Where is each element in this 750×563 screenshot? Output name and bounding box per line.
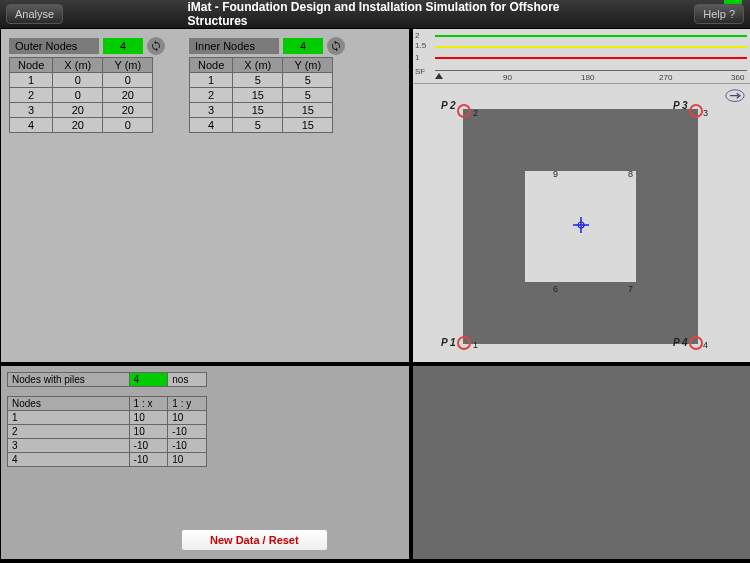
- pile-label: P 4: [673, 337, 688, 348]
- foundation-diagram: 9 8 6 7 P 1 P 2 P 3 P 4 2 3 1 4: [413, 84, 750, 362]
- pile-marker: [689, 104, 703, 118]
- page-title: iMat - Foundation Design and Installatio…: [188, 0, 563, 28]
- table-row: 4200: [10, 118, 153, 133]
- refresh-icon[interactable]: [327, 37, 345, 55]
- outer-nodes-table: NodeX (m)Y (m) 100 2020 32020 4200: [9, 57, 153, 133]
- table-row: Nodes 1 : x 1 : y: [8, 397, 207, 411]
- pile-label: P 2: [441, 100, 456, 111]
- refresh-icon[interactable]: [147, 37, 165, 55]
- piles-header-label: Nodes with piles: [8, 373, 130, 387]
- outer-square: 9 8 6 7: [463, 109, 698, 344]
- inner-node-num: 8: [628, 169, 633, 179]
- y-tick: 1.5: [415, 41, 426, 50]
- inner-node-num: 9: [553, 169, 558, 179]
- table-row: 32020: [10, 103, 153, 118]
- col-x: X (m): [53, 58, 103, 73]
- col-y: Y (m): [103, 58, 153, 73]
- col-node: Node: [190, 58, 233, 73]
- pile-label: P 1: [441, 337, 456, 348]
- inner-nodes-section: Inner Nodes 4 NodeX (m)Y (m) 155 2155 31…: [189, 37, 345, 354]
- outer-node-num: 4: [703, 340, 708, 350]
- chart-series-red: [435, 57, 747, 59]
- arrow-icon[interactable]: [725, 88, 745, 102]
- outer-node-num: 2: [473, 108, 478, 118]
- inner-nodes-table: NodeX (m)Y (m) 155 2155 31515 4515: [189, 57, 333, 133]
- col-y: Y (m): [283, 58, 333, 73]
- x-tick: 90: [503, 73, 512, 82]
- nodes-col-label: Nodes: [8, 397, 130, 411]
- chart-series-green: [435, 35, 747, 37]
- table-row: 155: [190, 73, 333, 88]
- x-tick: 180: [581, 73, 594, 82]
- x-axis: [435, 70, 747, 71]
- table-row: 2155: [190, 88, 333, 103]
- piles-count[interactable]: 4: [129, 373, 168, 387]
- outer-node-num: 3: [703, 108, 708, 118]
- table-row: 210-10: [8, 425, 207, 439]
- col-node: Node: [10, 58, 53, 73]
- col-x: 1 : x: [129, 397, 168, 411]
- analyse-button[interactable]: Analyse: [6, 4, 63, 24]
- topbar: Analyse iMat - Foundation Design and Ins…: [0, 0, 750, 28]
- outer-nodes-count[interactable]: 4: [103, 38, 143, 54]
- col-x: X (m): [233, 58, 283, 73]
- y-tick: SF: [415, 67, 425, 76]
- table-row: 2020: [10, 88, 153, 103]
- y-tick: 1: [415, 53, 419, 62]
- piles-unit: nos: [168, 373, 207, 387]
- sf-chart: 2 1.5 1 SF 90 180 270 360: [413, 29, 750, 84]
- inner-node-num: 6: [553, 284, 558, 294]
- pile-marker: [689, 336, 703, 350]
- piles-table: Nodes with piles 4 nos Nodes 1 : x 1 : y…: [7, 372, 207, 467]
- y-tick: 2: [415, 31, 419, 40]
- outer-node-num: 1: [473, 340, 478, 350]
- table-row: Nodes with piles 4 nos: [8, 373, 207, 387]
- pile-label: P 3: [673, 100, 688, 111]
- inner-node-num: 7: [628, 284, 633, 294]
- inner-nodes-label: Inner Nodes: [189, 38, 279, 54]
- pile-marker: [457, 336, 471, 350]
- table-row: 4-1010: [8, 453, 207, 467]
- center-crosshair-icon: [573, 217, 589, 237]
- chart-marker-icon: [435, 73, 443, 79]
- x-tick: 270: [659, 73, 672, 82]
- empty-panel: [412, 365, 750, 560]
- help-button[interactable]: Help ?: [694, 4, 744, 24]
- nodes-panel: Outer Nodes 4 NodeX (m)Y (m) 100 2020 32…: [0, 28, 410, 363]
- x-tick: 360: [731, 73, 744, 82]
- outer-nodes-label: Outer Nodes: [9, 38, 99, 54]
- new-data-reset-button[interactable]: New Data / Reset: [181, 529, 328, 551]
- col-y: 1 : y: [168, 397, 207, 411]
- table-row: 100: [10, 73, 153, 88]
- table-row: 3-10-10: [8, 439, 207, 453]
- table-row: 4515: [190, 118, 333, 133]
- outer-nodes-section: Outer Nodes 4 NodeX (m)Y (m) 100 2020 32…: [9, 37, 165, 354]
- inner-nodes-count[interactable]: 4: [283, 38, 323, 54]
- table-row: 31515: [190, 103, 333, 118]
- table-row: 11010: [8, 411, 207, 425]
- chart-series-yellow: [435, 46, 747, 48]
- piles-panel: Nodes with piles 4 nos Nodes 1 : x 1 : y…: [0, 365, 410, 560]
- visualization-panel: 2 1.5 1 SF 90 180 270 360 9 8: [412, 28, 750, 363]
- status-indicator: [724, 0, 742, 4]
- pile-marker: [457, 104, 471, 118]
